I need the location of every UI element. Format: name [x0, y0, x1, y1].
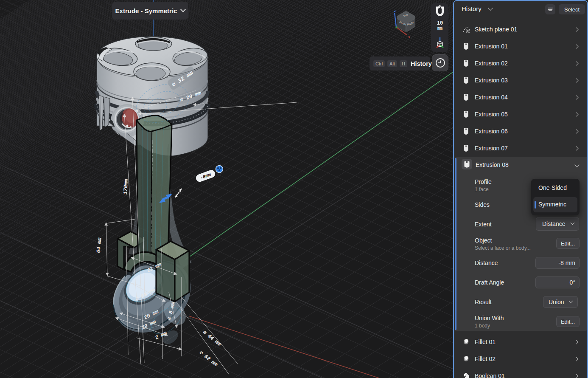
svg-text:10: 10 — [437, 20, 443, 26]
svg-text:x: x — [408, 35, 410, 39]
svg-text:64 mm: 64 mm — [95, 237, 103, 253]
svg-text:mm: mm — [437, 26, 442, 31]
svg-text:∅ 44 mm: ∅ 44 mm — [202, 330, 222, 348]
svg-text:170mm: 170mm — [123, 179, 130, 195]
svg-text:∅ 62 mm: ∅ 62 mm — [198, 350, 219, 368]
